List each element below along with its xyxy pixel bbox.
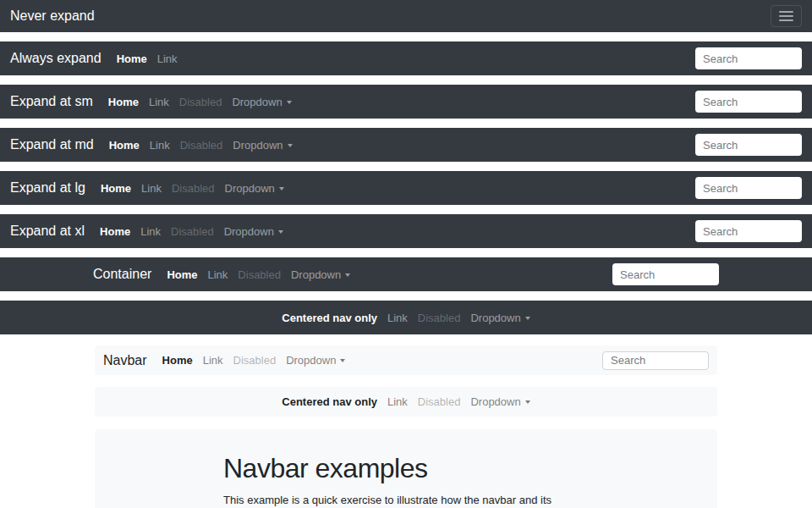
nav-link-home[interactable]: Home bbox=[95, 225, 135, 238]
nav-link-centered-nav-only[interactable]: Centered nav only bbox=[277, 312, 382, 324]
nav-link-dropdown[interactable]: Dropdown bbox=[219, 225, 288, 238]
nav-link-link[interactable]: Link bbox=[152, 52, 183, 65]
navbar-never-expand: Never expand bbox=[0, 0, 812, 32]
nav-link-disabled: Disabled bbox=[167, 182, 220, 195]
nav-link-disabled: Disabled bbox=[413, 312, 466, 324]
jumbotron-content: Navbar examples This example is a quick … bbox=[223, 453, 589, 508]
nav-link-disabled: Disabled bbox=[174, 96, 228, 108]
caret-down-icon bbox=[288, 144, 293, 147]
navbar-toggler-button[interactable] bbox=[771, 5, 802, 27]
nav-link-home[interactable]: Home bbox=[157, 354, 198, 367]
nav-link-disabled: Disabled bbox=[413, 395, 466, 408]
caret-down-icon bbox=[340, 359, 345, 362]
caret-down-icon bbox=[278, 230, 283, 234]
search-input[interactable] bbox=[695, 177, 802, 199]
navbar-brand-never-expand[interactable]: Never expand bbox=[10, 8, 95, 24]
nav-link-disabled: Disabled bbox=[166, 225, 219, 238]
nav-link-home[interactable]: Home bbox=[112, 52, 152, 65]
nav-link-link[interactable]: Link bbox=[382, 312, 413, 324]
search-input[interactable] bbox=[695, 47, 802, 69]
navbar-brand-expand-lg[interactable]: Expand at lg bbox=[10, 180, 85, 196]
nav-link-home[interactable]: Home bbox=[104, 139, 145, 152]
nav-link-home[interactable]: Home bbox=[96, 182, 136, 195]
navbar-container-inner: Container Home Link Disabled Dropdown bbox=[93, 263, 719, 285]
page-container: Navbar Home Link Disabled Dropdown Cente… bbox=[95, 345, 717, 508]
dropdown-label: Dropdown bbox=[470, 395, 520, 408]
navbar-expand-xl: Expand at xl Home Link Disabled Dropdown bbox=[0, 214, 812, 248]
hamburger-icon bbox=[779, 11, 793, 21]
search-input[interactable] bbox=[695, 220, 802, 242]
caret-down-icon bbox=[279, 187, 284, 190]
dropdown-label: Dropdown bbox=[233, 139, 283, 152]
search-input[interactable] bbox=[695, 91, 802, 113]
jumbotron: Navbar examples This example is a quick … bbox=[95, 429, 717, 508]
dropdown-label: Dropdown bbox=[224, 225, 274, 238]
dropdown-label: Dropdown bbox=[225, 182, 275, 195]
navbar-brand-container[interactable]: Container bbox=[93, 267, 151, 282]
nav-link-dropdown[interactable]: Dropdown bbox=[286, 268, 355, 281]
dropdown-label: Dropdown bbox=[291, 268, 341, 281]
search-input[interactable] bbox=[612, 263, 719, 285]
nav-link-link[interactable]: Link bbox=[203, 268, 233, 281]
search-input[interactable] bbox=[602, 351, 709, 370]
navbar-expand-md: Expand at md Home Link Disabled Dropdown bbox=[0, 128, 812, 162]
dropdown-label: Dropdown bbox=[232, 96, 282, 108]
page-title: Navbar examples bbox=[223, 453, 589, 484]
nav-link-centered-nav-only[interactable]: Centered nav only bbox=[277, 395, 382, 408]
navbar-always-expand: Always expand Home Link bbox=[0, 41, 812, 75]
navbar-brand-expand-md[interactable]: Expand at md bbox=[10, 137, 94, 152]
navbar-centered-dark: Centered nav only Link Disabled Dropdown bbox=[0, 301, 812, 334]
nav-link-link[interactable]: Link bbox=[382, 395, 413, 408]
nav-link-disabled: Disabled bbox=[228, 354, 282, 367]
navbar-brand-expand-sm[interactable]: Expand at sm bbox=[10, 94, 93, 109]
paragraph-text-before: This example is a quick exercise to illu… bbox=[223, 494, 581, 508]
nav-link-dropdown[interactable]: Dropdown bbox=[465, 312, 535, 324]
intro-paragraph: This example is a quick exercise to illu… bbox=[223, 492, 589, 508]
caret-down-icon bbox=[287, 101, 292, 104]
search-input[interactable] bbox=[695, 134, 802, 156]
navbar-expand-lg: Expand at lg Home Link Disabled Dropdown bbox=[0, 171, 812, 205]
nav-link-dropdown[interactable]: Dropdown bbox=[220, 182, 289, 195]
navbar-brand-expand-xl[interactable]: Expand at xl bbox=[10, 224, 85, 239]
navbar-expand-sm: Expand at sm Home Link Disabled Dropdown bbox=[0, 85, 812, 119]
nav-link-dropdown[interactable]: Dropdown bbox=[227, 96, 296, 108]
dropdown-label: Dropdown bbox=[470, 312, 520, 324]
nav-link-home[interactable]: Home bbox=[162, 268, 202, 281]
navbar-container: Container Home Link Disabled Dropdown bbox=[0, 257, 812, 291]
nav-link-link[interactable]: Link bbox=[144, 96, 174, 108]
dropdown-label: Dropdown bbox=[286, 354, 336, 367]
nav-link-link[interactable]: Link bbox=[145, 139, 175, 152]
nav-link-disabled: Disabled bbox=[175, 139, 228, 152]
nav-link-disabled: Disabled bbox=[233, 268, 286, 281]
nav-link-dropdown[interactable]: Dropdown bbox=[281, 354, 350, 367]
nav-link-link[interactable]: Link bbox=[136, 182, 167, 195]
caret-down-icon bbox=[525, 317, 530, 320]
nav-link-dropdown[interactable]: Dropdown bbox=[228, 139, 297, 152]
nav-link-link[interactable]: Link bbox=[135, 225, 166, 238]
nav-link-link[interactable]: Link bbox=[198, 354, 228, 367]
navbar-brand-navbar[interactable]: Navbar bbox=[103, 353, 147, 368]
caret-down-icon bbox=[525, 400, 530, 404]
navbar-centered-light: Centered nav only Link Disabled Dropdown bbox=[95, 387, 717, 417]
nav-link-home[interactable]: Home bbox=[103, 96, 144, 108]
caret-down-icon bbox=[345, 273, 350, 277]
nav-link-dropdown[interactable]: Dropdown bbox=[465, 395, 535, 408]
navbar-light: Navbar Home Link Disabled Dropdown bbox=[95, 345, 717, 375]
navbar-brand-always-expand[interactable]: Always expand bbox=[10, 51, 102, 66]
